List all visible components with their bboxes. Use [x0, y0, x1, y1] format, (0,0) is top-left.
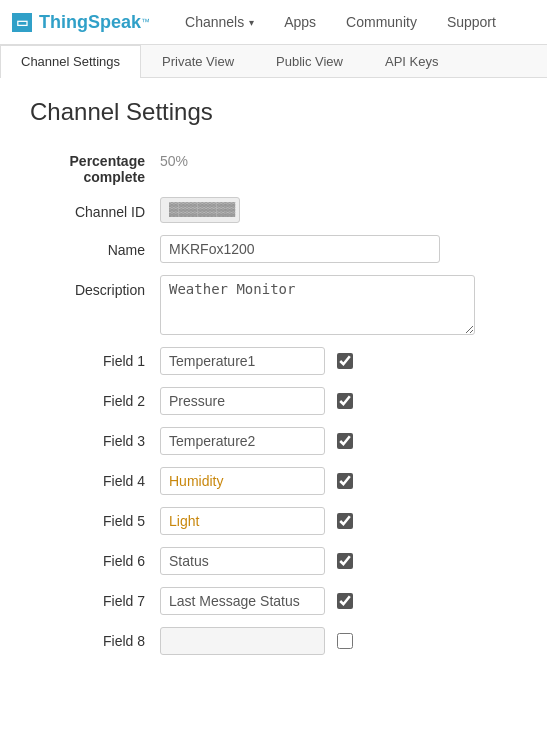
field-checkbox-6[interactable] [337, 553, 353, 569]
tab-api-keys[interactable]: API Keys [364, 45, 459, 77]
navbar: ▭ ThingSpeak™ Channels ▾ Apps Community … [0, 0, 547, 45]
field-label-7: Field 7 [30, 593, 160, 609]
field-checkbox-3[interactable] [337, 433, 353, 449]
field-checkbox-7[interactable] [337, 593, 353, 609]
field-label-1: Field 1 [30, 353, 160, 369]
field-input-7[interactable] [160, 587, 325, 615]
field-input-5[interactable] [160, 507, 325, 535]
chevron-down-icon: ▾ [249, 17, 254, 28]
nav-item-channels[interactable]: Channels ▾ [170, 0, 269, 45]
brand-logo-box: ▭ [10, 11, 34, 34]
field-checkbox-4[interactable] [337, 473, 353, 489]
brand-tm: ™ [141, 17, 150, 27]
field-checkbox-2[interactable] [337, 393, 353, 409]
percentage-label: Percentage complete [30, 146, 160, 185]
brand[interactable]: ▭ ThingSpeak™ [10, 11, 150, 34]
field-checkbox-8[interactable] [337, 633, 353, 649]
brand-logo-icon: ▭ [16, 15, 28, 30]
field-checkbox-1[interactable] [337, 353, 353, 369]
field-input-6[interactable] [160, 547, 325, 575]
name-input[interactable] [160, 235, 440, 263]
field-label-3: Field 3 [30, 433, 160, 449]
field-row: Field 5 [30, 507, 517, 535]
tab-public-view[interactable]: Public View [255, 45, 364, 77]
field-row: Field 1 [30, 347, 517, 375]
tab-channel-settings[interactable]: Channel Settings [0, 45, 141, 78]
description-input[interactable]: Weather Monitor [160, 275, 475, 335]
percentage-group: Percentage complete 50% [30, 146, 517, 185]
nav-item-community[interactable]: Community [331, 0, 432, 45]
percentage-value: 50% [160, 146, 188, 169]
field-input-4[interactable] [160, 467, 325, 495]
field-label-2: Field 2 [30, 393, 160, 409]
field-row: Field 3 [30, 427, 517, 455]
description-label: Description [30, 275, 160, 298]
tab-row: Channel Settings Private View Public Vie… [0, 45, 547, 78]
field-row: Field 6 [30, 547, 517, 575]
nav-item-apps[interactable]: Apps [269, 0, 331, 45]
channel-id-group: Channel ID ▓▓▓▓▓▓▓ [30, 197, 517, 223]
page-title: Channel Settings [30, 98, 517, 126]
field-row: Field 7 [30, 587, 517, 615]
field-row: Field 8 [30, 627, 517, 655]
fields-container: Field 1Field 2Field 3Field 4Field 5Field… [30, 347, 517, 655]
field-row: Field 2 [30, 387, 517, 415]
field-row: Field 4 [30, 467, 517, 495]
name-label: Name [30, 235, 160, 258]
field-input-2[interactable] [160, 387, 325, 415]
field-label-8: Field 8 [30, 633, 160, 649]
channel-id-label: Channel ID [30, 197, 160, 220]
field-input-3[interactable] [160, 427, 325, 455]
field-checkbox-5[interactable] [337, 513, 353, 529]
field-input-1[interactable] [160, 347, 325, 375]
tab-private-view[interactable]: Private View [141, 45, 255, 77]
nav-links: Channels ▾ Apps Community Support [170, 0, 511, 45]
field-label-6: Field 6 [30, 553, 160, 569]
brand-name: ThingSpeak [39, 12, 141, 33]
description-group: Description Weather Monitor [30, 275, 517, 335]
field-label-4: Field 4 [30, 473, 160, 489]
field-input-8[interactable] [160, 627, 325, 655]
nav-item-support[interactable]: Support [432, 0, 511, 45]
channel-id-value: ▓▓▓▓▓▓▓ [160, 197, 240, 223]
field-label-5: Field 5 [30, 513, 160, 529]
name-group: Name [30, 235, 517, 263]
content-area: Channel Settings Percentage complete 50%… [0, 78, 547, 687]
